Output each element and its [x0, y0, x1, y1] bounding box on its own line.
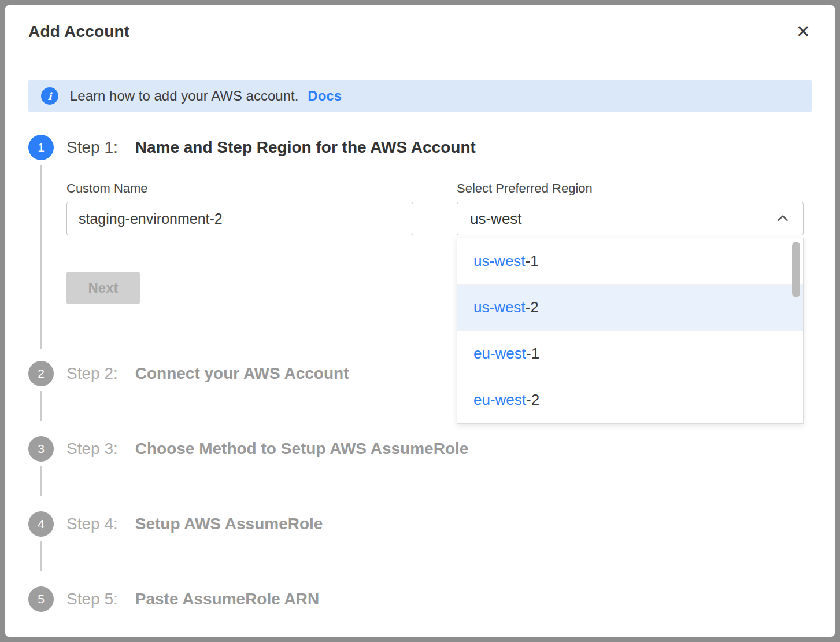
step-connector	[40, 541, 812, 571]
step-4-title: Setup AWS AssumeRole	[135, 515, 323, 533]
region-option-eu-west-2[interactable]: eu-west-2	[457, 377, 803, 423]
region-field: Select Preferred Region us-west	[457, 181, 804, 235]
step-2-title: Connect your AWS Account	[135, 364, 349, 383]
info-banner: i Learn how to add your AWS account. Doc…	[28, 80, 812, 112]
steps-list: 1 Step 1: Name and Step Region for the A…	[5, 112, 835, 637]
chevron-up-icon	[775, 211, 790, 226]
step-4-header: 4 Step 4: Setup AWS AssumeRole	[28, 511, 812, 537]
region-option-us-west-1[interactable]: us-west-1	[457, 238, 803, 285]
step-4-section: 4 Step 4: Setup AWS AssumeRole	[28, 511, 812, 571]
banner-text: Learn how to add your AWS account.	[70, 88, 298, 104]
step-1-header: 1 Step 1: Name and Step Region for the A…	[28, 135, 812, 160]
next-button[interactable]: Next	[66, 272, 140, 304]
custom-name-label: Custom Name	[66, 181, 413, 196]
region-dropdown: us-west-1 us-west-2 eu-west-1 eu-west-2	[457, 238, 804, 424]
step-1-title: Name and Step Region for the AWS Account	[135, 138, 476, 157]
screenshot-frame: Add Account ✕ i Learn how to add your AW…	[0, 0, 840, 642]
step-5-indicator: 5	[28, 586, 54, 612]
step-4-prefix: Step 4:	[66, 515, 118, 533]
region-select[interactable]: us-west	[457, 202, 804, 235]
step-5-header: 5 Step 5: Paste AssumeRole ARN	[28, 586, 812, 612]
step-1-indicator: 1	[28, 135, 54, 160]
step-3-title: Choose Method to Setup AWS AssumeRole	[135, 440, 469, 458]
step-connector	[40, 466, 812, 496]
step-1-body: Custom Name Select Preferred Region us-w…	[40, 165, 812, 349]
step-3-indicator: 3	[28, 436, 54, 462]
step-4-indicator: 4	[28, 511, 54, 537]
step-2-prefix: Step 2:	[66, 364, 118, 383]
step-3-section: 3 Step 3: Choose Method to Setup AWS Ass…	[28, 436, 812, 496]
step-5-section: 5 Step 5: Paste AssumeRole ARN	[28, 586, 812, 612]
region-select-value: us-west	[470, 210, 522, 228]
region-option-eu-west-1[interactable]: eu-west-1	[457, 331, 803, 377]
custom-name-input[interactable]	[66, 202, 413, 235]
step-3-prefix: Step 3:	[66, 440, 118, 458]
modal-header: Add Account ✕	[5, 5, 835, 58]
region-option-us-west-2[interactable]: us-west-2	[457, 285, 803, 331]
step-1-section: 1 Step 1: Name and Step Region for the A…	[28, 135, 812, 349]
step-5-title: Paste AssumeRole ARN	[135, 590, 319, 608]
modal-title: Add Account	[28, 23, 129, 41]
dropdown-scrollbar[interactable]	[792, 242, 800, 297]
step-1-prefix: Step 1:	[66, 138, 118, 157]
step-2-indicator: 2	[28, 361, 54, 386]
close-icon[interactable]: ✕	[794, 21, 813, 43]
step-5-prefix: Step 5:	[66, 590, 118, 608]
custom-name-field: Custom Name	[66, 181, 413, 235]
docs-link[interactable]: Docs	[308, 88, 342, 104]
region-label: Select Preferred Region	[457, 181, 804, 196]
step-1-form-row: Custom Name Select Preferred Region us-w…	[66, 181, 812, 235]
info-icon: i	[41, 87, 58, 105]
add-account-modal: Add Account ✕ i Learn how to add your AW…	[5, 5, 835, 637]
step-3-header: 3 Step 3: Choose Method to Setup AWS Ass…	[28, 436, 812, 462]
